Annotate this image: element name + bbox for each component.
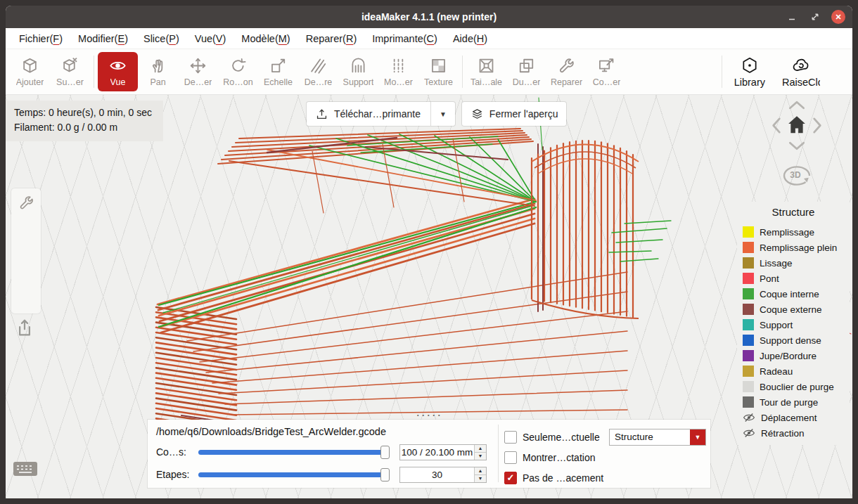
option-section: Seuleme…ctuelleStructure▼Montrer…ctation… — [499, 423, 710, 488]
color-swatch — [743, 288, 754, 299]
steps-value: 30 — [400, 467, 474, 482]
home-view-icon[interactable] — [785, 113, 809, 137]
cube-x-icon — [61, 57, 79, 75]
layers-slider[interactable] — [198, 446, 390, 459]
menu-modele[interactable]: Modèle(M) — [233, 31, 297, 46]
steps-slider-handle[interactable] — [380, 468, 390, 482]
export-model-button[interactable] — [14, 318, 35, 342]
menu-reparer[interactable]: Reparer(R) — [298, 31, 365, 46]
menu-bar: Fichier(F)Modifier(E)Slice(P)Vue(V)Modèl… — [6, 28, 852, 49]
window-frame: ideaMaker 4.1.1 (new printer) ✕ Fichier(… — [0, 0, 858, 504]
upload-dropdown-arrow[interactable]: ▼ — [430, 102, 447, 126]
steps-slider[interactable] — [198, 468, 390, 482]
rotate-3d-control[interactable]: 3D — [781, 164, 813, 192]
legend-item-pont: Pont — [737, 271, 850, 286]
export-up-icon — [14, 318, 35, 339]
panel-drag-handle[interactable]: ····· — [416, 411, 442, 419]
color-swatch — [743, 257, 754, 269]
close-button[interactable]: ✕ — [831, 10, 845, 24]
maximize-button[interactable] — [808, 10, 822, 24]
layers-spin-up[interactable]: ▲ — [475, 445, 486, 453]
close-preview-button[interactable]: Fermer l'aperçu — [462, 102, 567, 126]
legend-item-remplissage-plein: Remplissage plein — [737, 240, 850, 255]
stat-time: Temps: 0 heure(s), 0 min, 0 sec — [14, 105, 152, 120]
color-swatch — [743, 366, 754, 377]
eye-off-icon — [743, 427, 755, 439]
checkbox-montrer-ctation[interactable] — [504, 451, 517, 464]
pan-left-chevron[interactable] — [771, 116, 782, 134]
tool-library[interactable]: Library — [726, 52, 774, 91]
structure-combobox[interactable]: Structure▼ — [609, 429, 706, 446]
steps-spinbox[interactable]: 30 ▲▼ — [399, 467, 487, 483]
option-row: ✓Pas de …acement — [504, 467, 706, 488]
gcode-file-path: /home/q6/Downloads/BridgeTest_ArcWelder.… — [156, 423, 492, 441]
menu-vue[interactable]: Vue(V) — [187, 31, 234, 46]
pan-up-chevron[interactable] — [788, 100, 806, 110]
tool-tai-ale[interactable]: Tai…ale — [466, 52, 506, 91]
pan-right-chevron[interactable] — [812, 116, 823, 134]
minimize-button[interactable] — [785, 10, 799, 24]
legend-item-deplacement[interactable]: Déplacement — [737, 410, 850, 425]
rotate-3d-label: 3D — [781, 170, 810, 180]
view-navigation: 3D — [767, 96, 827, 192]
titlebar[interactable]: ideaMaker 4.1.1 (new printer) ✕ — [6, 6, 852, 28]
layers-spinbox[interactable]: 100 / 20.100 mm ▲▼ — [399, 444, 487, 460]
pan-down-chevron[interactable] — [788, 141, 806, 151]
menu-aide[interactable]: Aide(H) — [445, 31, 495, 46]
legend-title: Structure — [737, 206, 850, 218]
upload-to-printer-button[interactable]: Téléchar…primante ▼ — [307, 102, 455, 126]
tool-vue[interactable]: Vue — [98, 52, 138, 91]
menu-modifier[interactable]: Modifier(E) — [70, 31, 136, 46]
checkbox-seuleme-ctuelle[interactable] — [504, 431, 517, 444]
legend-item-radeau: Radeau — [737, 363, 850, 379]
wrench-icon[interactable] — [18, 195, 34, 211]
tool-de-re[interactable]: De…re — [298, 52, 338, 91]
menu-fichier[interactable]: Fichier(F) — [11, 31, 70, 46]
cut-icon — [309, 57, 327, 75]
tool-mo-er[interactable]: Mo…er — [378, 52, 418, 91]
legend-item-lissage: Lissage — [737, 255, 850, 271]
option-row: Montrer…ctation — [504, 447, 706, 467]
support-icon — [350, 57, 367, 75]
tool-co-er[interactable]: Co…er — [587, 52, 627, 91]
virtual-keyboard-button[interactable] — [13, 460, 38, 481]
tool-texture[interactable]: Texture — [418, 52, 459, 91]
tool-reparer[interactable]: Reparer — [546, 52, 587, 91]
legend-item-retraction[interactable]: Rétraction — [737, 425, 850, 441]
tool-echelle[interactable]: Echelle — [258, 52, 298, 91]
maximize-icon — [810, 12, 820, 22]
layers-slider-handle[interactable] — [380, 446, 390, 459]
steps-spin-down[interactable]: ▼ — [475, 475, 486, 482]
layers-label: Co…s: — [156, 446, 193, 458]
checkbox-pas-de-acement[interactable]: ✓ — [504, 472, 517, 484]
layers-spin-down[interactable]: ▼ — [475, 453, 486, 460]
layers-icon — [470, 108, 484, 121]
toolbar-separator — [462, 56, 463, 88]
eye-off-icon — [743, 411, 755, 424]
tool-su-er[interactable]: Su…er — [50, 52, 90, 91]
tool-raisecloud[interactable]: RaiseCloud — [774, 52, 828, 91]
preview-action-bar: Téléchar…primante ▼ Fermer l'aperçu — [307, 102, 566, 126]
viewport-3d[interactable]: Temps: 0 heure(s), 0 min, 0 sec Filament… — [6, 95, 852, 498]
steps-slider-track — [198, 472, 390, 477]
steps-spin-up[interactable]: ▲ — [475, 467, 486, 475]
tool-support[interactable]: Support — [338, 52, 378, 91]
steps-label: Etapes: — [156, 469, 193, 480]
stat-filament: Filament: 0.0 g / 0.00 m — [14, 120, 152, 135]
tool-ro-on[interactable]: Ro…on — [218, 52, 258, 91]
window-title: ideaMaker 4.1.1 (new printer) — [361, 11, 497, 22]
tool-pan[interactable]: Pan — [138, 52, 178, 91]
left-tool-strip — [11, 188, 41, 314]
upload-icon — [315, 108, 328, 121]
keyboard-icon — [13, 460, 38, 478]
legend-item-jupe-bordure: Jupe/Bordure — [737, 348, 850, 363]
tool-du-er[interactable]: Du…er — [506, 52, 546, 91]
menu-imprimante[interactable]: Imprimante(C) — [364, 31, 445, 46]
legend-item-coque-externe: Coque externe — [737, 302, 850, 317]
color-swatch — [743, 304, 754, 315]
tool-ajouter[interactable]: Ajouter — [10, 52, 50, 91]
combo-dropdown-arrow[interactable]: ▼ — [690, 429, 705, 445]
tool-de-er[interactable]: De…er — [178, 52, 218, 91]
slider-section: /home/q6/Downloads/BridgeTest_ArcWelder.… — [156, 423, 492, 488]
menu-slice[interactable]: Slice(P) — [136, 31, 187, 46]
